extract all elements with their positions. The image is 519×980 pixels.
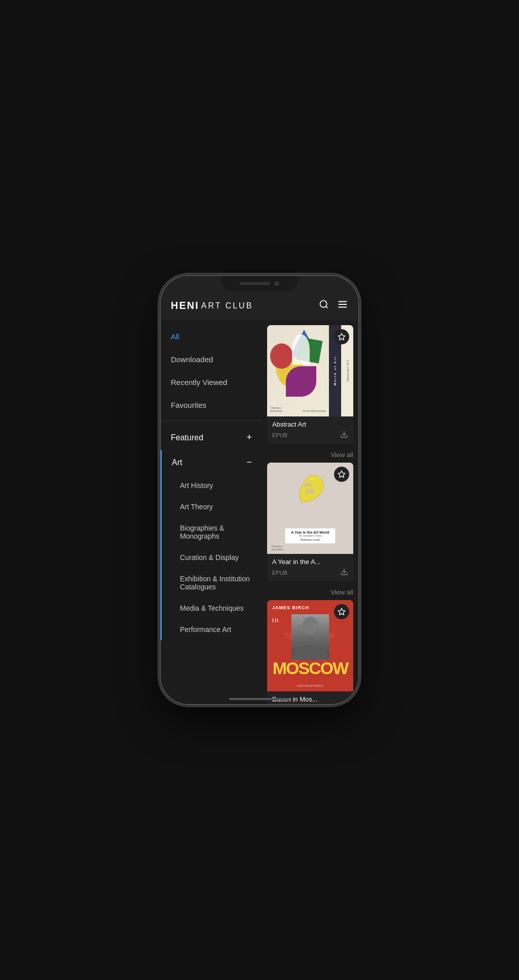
view-all-button-1[interactable]: View all	[267, 449, 353, 463]
sidebar-item-downloaded[interactable]: Downloaded	[161, 348, 262, 371]
app-container: HENI ART CLUB	[161, 276, 358, 704]
book-title-year-art: A Year in the A...	[272, 558, 348, 566]
sub-item-exhibition[interactable]: Exhibition & Institution Catalogues	[162, 568, 262, 598]
svg-marker-11	[338, 471, 345, 477]
star-button-year-art[interactable]	[334, 467, 349, 482]
book-card-abstract-art: Thames&Hudson Anna Moszynska World of Ar…	[267, 325, 353, 444]
svg-rect-9	[306, 489, 315, 494]
download-icon-year-art[interactable]	[340, 568, 348, 577]
logo-heni: HENI	[171, 300, 199, 311]
sidebar-divider	[161, 421, 262, 421]
home-bar	[229, 698, 290, 700]
main-content: All Downloaded Recently Viewed Favourite…	[161, 320, 358, 704]
book-meta-abstract: EPUB	[272, 430, 348, 440]
featured-expand-icon: +	[246, 432, 252, 443]
phone-frame: HENI ART CLUB	[161, 276, 358, 704]
book-title-abstract: Abstract Art	[272, 421, 348, 428]
speaker	[240, 282, 270, 285]
sidebar: All Downloaded Recently Viewed Favourite…	[161, 320, 262, 704]
art-section: Art − Art History Art Theory Biographies…	[161, 450, 262, 640]
star-button-abstract[interactable]	[334, 329, 349, 344]
download-icon-abstract[interactable]	[340, 430, 348, 440]
menu-icon[interactable]	[337, 299, 348, 312]
header-icons	[319, 299, 348, 312]
logo-artclub: ART CLUB	[201, 301, 253, 310]
section-art[interactable]: Art −	[162, 450, 262, 475]
sub-item-media[interactable]: Media & Techniques	[162, 598, 262, 619]
svg-marker-14	[338, 608, 345, 615]
svg-marker-5	[338, 333, 345, 340]
star-button-bacon[interactable]	[334, 604, 349, 619]
sub-item-biographies[interactable]: Biographies & Monographs	[162, 517, 262, 547]
book-card-bacon: JAMES BIRCH in	[267, 600, 353, 704]
book-info-abstract: Abstract Art EPUB	[267, 416, 353, 444]
book-cover-bacon: JAMES BIRCH in	[267, 600, 353, 691]
sub-item-curation[interactable]: Curation & Display	[162, 547, 262, 568]
phone-screen: HENI ART CLUB	[161, 276, 358, 704]
svg-point-0	[320, 301, 327, 307]
sidebar-item-all[interactable]: All	[161, 325, 262, 348]
book-format-year-art: EPUB	[272, 570, 287, 576]
sub-item-art-theory[interactable]: Art Theory	[162, 496, 262, 517]
book-format-abstract: EPUB	[272, 432, 287, 438]
camera	[274, 281, 279, 286]
book-card-year-art: A Year in the Art World An Insider's Vie…	[267, 463, 353, 581]
sub-item-art-history[interactable]: Art History	[162, 475, 262, 496]
book-cover-year-art: A Year in the Art World An Insider's Vie…	[267, 463, 353, 554]
right-panel: Thames&Hudson Anna Moszynska World of Ar…	[262, 320, 358, 704]
svg-line-1	[326, 306, 328, 308]
sidebar-item-favourites[interactable]: Favourites	[161, 394, 262, 416]
section-featured[interactable]: Featured +	[161, 425, 262, 450]
logo: HENI ART CLUB	[171, 300, 253, 311]
view-all-button-2[interactable]: View all	[267, 586, 353, 600]
search-icon[interactable]	[319, 299, 329, 312]
sidebar-item-recently-viewed[interactable]: Recently Viewed	[161, 371, 262, 394]
art-collapse-icon: −	[246, 457, 252, 468]
sub-item-performance[interactable]: Performance Art	[162, 619, 262, 640]
book-cover-abstract-art: Thames&Hudson Anna Moszynska World of Ar…	[267, 325, 353, 416]
book-info-year-art: A Year in the A... EPUB	[267, 554, 353, 581]
book-meta-year-art: EPUB	[272, 568, 348, 577]
notch	[221, 276, 298, 291]
